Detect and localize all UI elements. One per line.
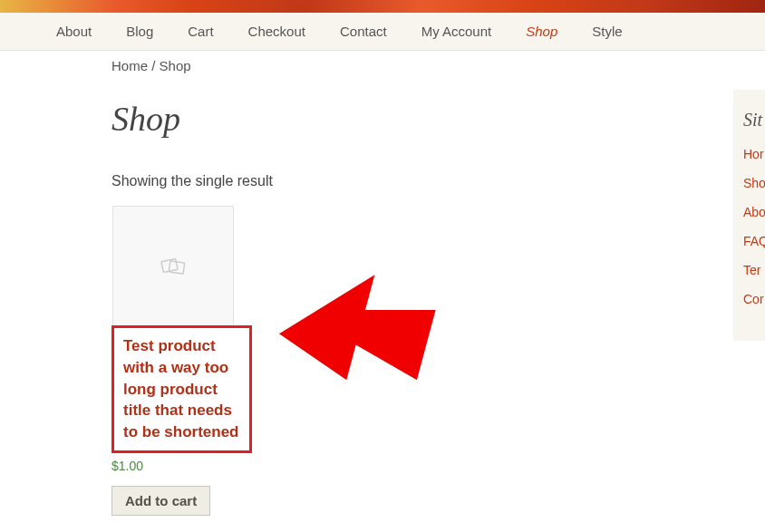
product-card: Test product with a way too long product… [111,206,252,516]
product-title-highlight-box: Test product with a way too long product… [111,325,252,453]
header-colored-strip [0,0,765,13]
breadcrumb-current: Shop [160,58,191,73]
sidebar-link-shop[interactable]: Sho [743,176,765,190]
product-image-placeholder[interactable] [112,206,234,327]
image-placeholder-icon [160,255,187,278]
sidebar-link-home[interactable]: Hor [743,147,765,161]
sidebar-widget: Sit Hor Sho Abo FAQ Ter Cor [733,90,765,341]
breadcrumb-separator: / [148,58,160,73]
page-title: Shop [111,99,725,139]
product-title[interactable]: Test product with a way too long product… [123,335,240,443]
breadcrumb: Home / Shop [111,58,725,73]
result-count: Showing the single result [111,173,725,189]
add-to-cart-button[interactable]: Add to cart [111,486,210,516]
sidebar-title: Sit [743,110,765,131]
nav-about[interactable]: About [56,24,92,39]
sidebar-link-contact[interactable]: Cor [743,292,765,306]
nav-style[interactable]: Style [592,24,622,39]
nav-contact[interactable]: Contact [340,24,387,39]
sidebar-link-about[interactable]: Abo [743,205,765,219]
main-nav: About Blog Cart Checkout Contact My Acco… [0,13,765,51]
nav-cart[interactable]: Cart [188,24,213,39]
sidebar-link-terms[interactable]: Ter [743,263,765,277]
nav-my-account[interactable]: My Account [421,24,492,39]
product-price: $1.00 [111,459,252,473]
annotation-arrow-icon [275,245,438,408]
nav-blog[interactable]: Blog [126,24,153,39]
nav-shop[interactable]: Shop [526,24,557,39]
nav-checkout[interactable]: Checkout [248,24,305,39]
breadcrumb-home[interactable]: Home [111,58,148,73]
sidebar-link-faq[interactable]: FAQ [743,234,765,248]
